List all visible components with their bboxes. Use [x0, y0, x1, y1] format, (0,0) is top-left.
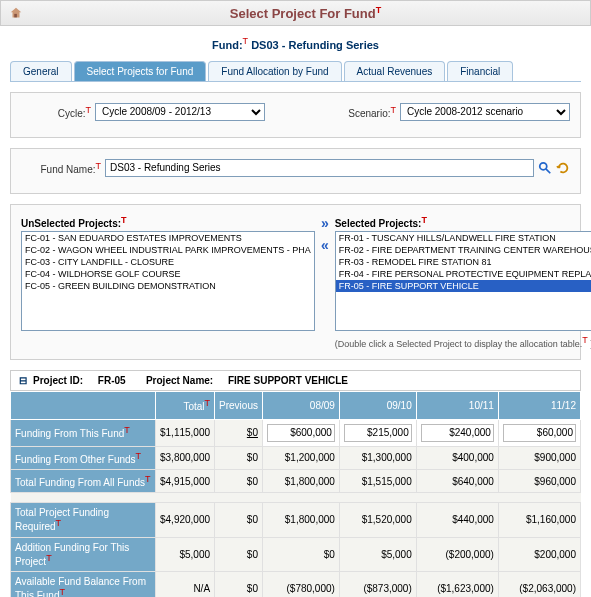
scenario-select[interactable]: Cycle 2008-2012 scenario	[400, 103, 570, 121]
col-1011: 10/11	[416, 392, 498, 419]
project-header: ⊟ Project ID: FR-05 Project Name: FIRE S…	[10, 370, 581, 391]
unselected-listbox[interactable]: FC-01 - SAN EDUARDO ESTATES IMPROVEMENTS…	[21, 231, 315, 331]
col-total: TotalT	[156, 392, 215, 419]
cycle-label: Cycle:T	[21, 105, 91, 119]
list-item[interactable]: FR-05 - FIRE SUPPORT VEHICLE	[336, 280, 591, 292]
col-previous: Previous	[215, 392, 263, 419]
list-item[interactable]: FC-02 - WAGON WHEEL INDUSTRIAL PARK IMPR…	[22, 244, 314, 256]
list-item[interactable]: FC-04 - WILDHORSE GOLF COURSE	[22, 268, 314, 280]
table-row: Funding From Other FundsT $3,800,000$0$1…	[11, 446, 581, 469]
move-left-icon[interactable]: «	[321, 237, 329, 253]
funding-grid: TotalT Previous 08/09 09/10 10/11 11/12 …	[10, 391, 581, 597]
tab-actual-revenues[interactable]: Actual Revenues	[344, 61, 446, 81]
cell-input[interactable]	[421, 424, 494, 442]
collapse-icon[interactable]: ⊟	[19, 375, 27, 386]
tab-bar: General Select Projects for Fund Fund Al…	[10, 61, 581, 82]
list-item[interactable]: FC-05 - GREEN BUILDING DEMONSTRATION	[22, 280, 314, 292]
svg-line-2	[546, 169, 550, 173]
table-row: Funding From This FundT $1,115,000 $0	[11, 419, 581, 446]
tab-select-projects[interactable]: Select Projects for Fund	[74, 61, 207, 81]
tab-general[interactable]: General	[10, 61, 72, 81]
col-0809: 08/09	[262, 392, 339, 419]
cell-input[interactable]	[503, 424, 576, 442]
dbl-click-note: (Double click a Selected Project to disp…	[335, 335, 591, 349]
tab-allocation[interactable]: Fund Allocation by Fund	[208, 61, 341, 81]
table-row: Total Funding From All FundsT $4,915,000…	[11, 469, 581, 492]
table-row: Addition Funding For This ProjectT $5,00…	[11, 537, 581, 571]
page-title: Select Project For FundT	[29, 5, 582, 21]
list-item[interactable]: FR-03 - REMODEL FIRE STATION 81	[336, 256, 591, 268]
table-row: Available Fund Balance From This FundT N…	[11, 571, 581, 597]
move-right-icon[interactable]: »	[321, 215, 329, 231]
list-item[interactable]: FC-03 - CITY LANDFILL - CLOSURE	[22, 256, 314, 268]
scenario-label: Scenario:T	[348, 105, 396, 119]
list-item[interactable]: FR-01 - TUSCANY HILLS/LANDWELL FIRE STAT…	[336, 232, 591, 244]
table-row: Total Project Funding RequiredT $4,920,0…	[11, 503, 581, 537]
fund-name-label: Fund Name:T	[21, 161, 101, 175]
col-1112: 11/12	[498, 392, 580, 419]
selected-listbox[interactable]: FR-01 - TUSCANY HILLS/LANDWELL FIRE STAT…	[335, 231, 591, 331]
tab-financial[interactable]: Financial	[447, 61, 513, 81]
search-icon[interactable]	[538, 161, 552, 175]
home-icon[interactable]	[9, 6, 23, 20]
cycle-select[interactable]: Cycle 2008/09 - 2012/13	[95, 103, 265, 121]
col-0910: 09/10	[339, 392, 416, 419]
refresh-icon[interactable]	[556, 161, 570, 175]
fund-summary: Fund:T DS03 - Refunding Series	[0, 26, 591, 61]
svg-rect-0	[14, 14, 17, 18]
col-blank	[11, 392, 156, 419]
unselected-label: UnSelected Projects:T	[21, 215, 315, 229]
list-item[interactable]: FR-04 - FIRE PERSONAL PROTECTIVE EQUIPME…	[336, 268, 591, 280]
svg-point-1	[540, 163, 547, 170]
cell-input[interactable]	[344, 424, 412, 442]
fund-name-input[interactable]	[105, 159, 534, 177]
list-item[interactable]: FC-01 - SAN EDUARDO ESTATES IMPROVEMENTS	[22, 232, 314, 244]
list-item[interactable]: FR-02 - FIRE DEPARTMENT TRAINING CENTER …	[336, 244, 591, 256]
cell-input[interactable]	[267, 424, 335, 442]
selected-label: Selected Projects:T	[335, 215, 591, 229]
